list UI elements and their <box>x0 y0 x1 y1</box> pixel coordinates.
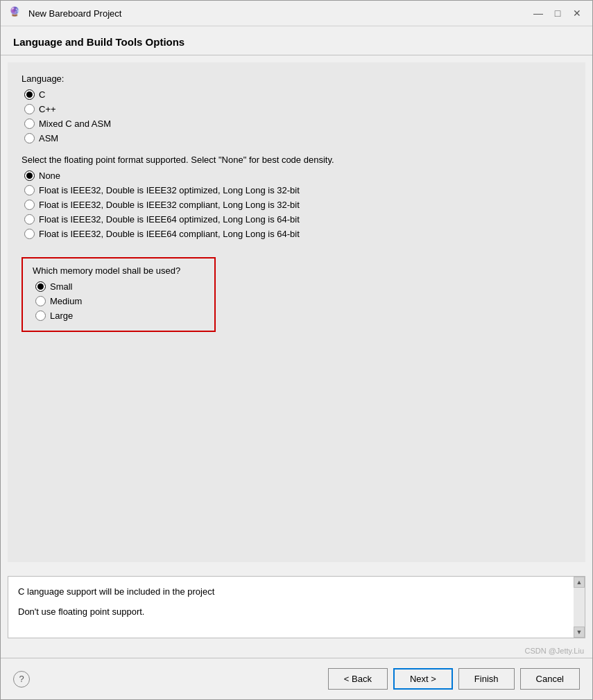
window-icon: 🔮 <box>9 6 23 20</box>
lang-mixed-label: Mixed C and ASM <box>39 119 111 129</box>
fp-opt64-radio[interactable] <box>24 214 35 225</box>
fp-label: Select the floating point format support… <box>22 155 571 165</box>
lang-cpp-label: C++ <box>39 104 56 114</box>
mem-small-item[interactable]: Small <box>35 281 205 292</box>
scroll-up-arrow[interactable]: ▲ <box>574 577 585 588</box>
info-line1: C language support will be included in t… <box>18 585 575 600</box>
memory-label: Which memory model shall be used? <box>33 265 205 276</box>
cancel-button[interactable]: Cancel <box>520 668 580 690</box>
memory-radio-group: Small Medium Large <box>35 281 205 321</box>
fp-opt32-item[interactable]: Float is IEEE32, Double is IEEE32 optimi… <box>24 185 571 195</box>
memory-section-box: Which memory model shall be used? Small … <box>22 257 216 332</box>
lang-mixed-item[interactable]: Mixed C and ASM <box>24 119 571 129</box>
fp-none-radio[interactable] <box>24 170 35 181</box>
fp-comp32-radio[interactable] <box>24 200 35 210</box>
lang-asm-radio[interactable] <box>24 133 35 143</box>
lang-cpp-item[interactable]: C++ <box>24 104 571 114</box>
mem-medium-radio[interactable] <box>35 296 46 306</box>
info-box: C language support will be included in t… <box>8 576 585 638</box>
main-window: 🔮 New Bareboard Project — □ ✕ Language a… <box>0 0 593 700</box>
mem-large-item[interactable]: Large <box>35 310 205 321</box>
back-button[interactable]: < Back <box>328 668 388 690</box>
fp-opt32-radio[interactable] <box>24 185 35 195</box>
mem-large-label: Large <box>50 310 73 321</box>
title-bar-left: 🔮 New Bareboard Project <box>9 6 121 20</box>
footer-left: ? <box>13 671 30 688</box>
scrollbar-track <box>574 588 585 627</box>
mem-medium-label: Medium <box>50 296 82 306</box>
scroll-down-arrow[interactable]: ▼ <box>574 627 585 638</box>
fp-radio-group: None Float is IEEE32, Double is IEEE32 o… <box>24 170 571 239</box>
mem-small-label: Small <box>50 281 73 292</box>
fp-comp64-label: Float is IEEE32, Double is IEEE64 compli… <box>39 229 300 239</box>
fp-comp64-item[interactable]: Float is IEEE32, Double is IEEE64 compli… <box>24 229 571 239</box>
fp-comp64-radio[interactable] <box>24 229 35 239</box>
next-button[interactable]: Next > <box>393 668 453 690</box>
info-line2: Don't use floating point support. <box>18 605 575 620</box>
fp-opt32-label: Float is IEEE32, Double is IEEE32 optimi… <box>39 185 300 195</box>
help-button[interactable]: ? <box>13 671 30 688</box>
minimize-button[interactable]: — <box>531 6 545 20</box>
mem-small-radio[interactable] <box>35 281 46 292</box>
lang-c-item[interactable]: C <box>24 89 571 100</box>
mem-large-radio[interactable] <box>35 310 46 321</box>
lang-c-radio[interactable] <box>24 89 35 100</box>
fp-comp32-label: Float is IEEE32, Double is IEEE32 compli… <box>39 200 300 210</box>
lang-asm-label: ASM <box>39 133 58 143</box>
close-button[interactable]: ✕ <box>570 6 584 20</box>
lang-asm-item[interactable]: ASM <box>24 133 571 143</box>
finish-button[interactable]: Finish <box>458 668 515 690</box>
main-panel: Language: C C++ Mixed C and ASM ASM <box>8 62 585 562</box>
mem-medium-item[interactable]: Medium <box>35 296 205 306</box>
footer: ? < Back Next > Finish Cancel <box>1 658 592 699</box>
info-scrollbar[interactable]: ▲ ▼ <box>574 577 585 638</box>
lang-c-label: C <box>39 89 45 100</box>
language-radio-group: C C++ Mixed C and ASM ASM <box>24 89 571 143</box>
maximize-button[interactable]: □ <box>551 6 565 20</box>
footer-right: < Back Next > Finish Cancel <box>328 668 580 690</box>
fp-comp32-item[interactable]: Float is IEEE32, Double is IEEE32 compli… <box>24 200 571 210</box>
window-title: New Bareboard Project <box>28 8 121 19</box>
lang-mixed-radio[interactable] <box>24 119 35 129</box>
fp-opt64-label: Float is IEEE32, Double is IEEE64 optimi… <box>39 214 300 225</box>
title-bar-controls: — □ ✕ <box>531 6 584 20</box>
fp-none-item[interactable]: None <box>24 170 571 181</box>
fp-none-label: None <box>39 170 60 181</box>
lang-cpp-radio[interactable] <box>24 104 35 114</box>
content-area: Language: C C++ Mixed C and ASM ASM <box>1 55 592 658</box>
language-label: Language: <box>22 73 571 84</box>
page-title: Language and Build Tools Options <box>1 26 592 55</box>
watermark: CSDN @Jetty.Liu <box>1 645 592 658</box>
fp-opt64-item[interactable]: Float is IEEE32, Double is IEEE64 optimi… <box>24 214 571 225</box>
title-bar: 🔮 New Bareboard Project — □ ✕ <box>1 1 592 26</box>
